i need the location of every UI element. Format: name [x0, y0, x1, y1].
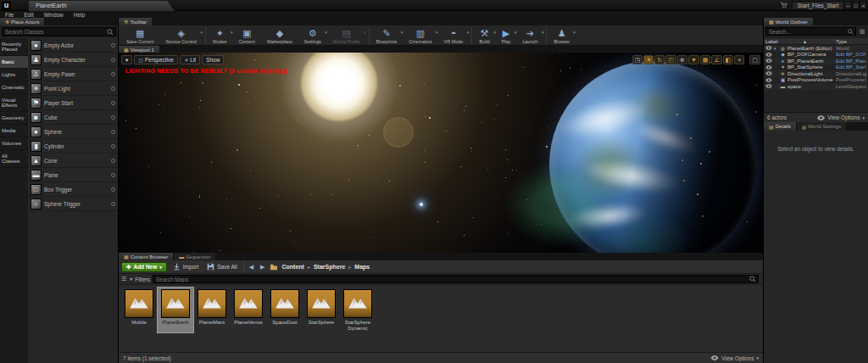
place-item-sphere-trigger[interactable]: ○Sphere Trigger	[28, 197, 118, 211]
outliner-row-bp-starsphere[interactable]: ✶BP_StarSphereEdit BP_StarSphe	[764, 64, 868, 71]
category-cinematic[interactable]: Cinematic	[0, 81, 28, 94]
place-item-empty-actor[interactable]: ●Empty Actor	[28, 38, 118, 53]
settings-button[interactable]: ⚙Settings▾	[299, 26, 328, 46]
asset-starsphere[interactable]: StarSphere	[303, 288, 339, 332]
forward-arrow-icon[interactable]: ▶	[259, 264, 266, 271]
show-flags-button[interactable]: Show	[202, 55, 224, 64]
visibility-eye-icon[interactable]	[765, 53, 772, 57]
viewport-options-button[interactable]: ▾	[121, 55, 132, 64]
place-item-cone[interactable]: ▲Cone	[28, 154, 118, 168]
tab-sequencer[interactable]: ▬ Sequencer	[174, 253, 216, 260]
level-editor-tab[interactable]: PlanetEarth	[29, 1, 175, 11]
asset-planetearth[interactable]: PlanetEarth	[158, 288, 193, 332]
tab-world-settings[interactable]: ◍ World Settings	[797, 122, 847, 131]
select-button[interactable]: ◳	[632, 55, 643, 64]
outliner-row-postprocessvolume[interactable]: ▣PostProcessVolumePostProcessVolume	[764, 77, 868, 84]
category-visual-effects[interactable]: Visual Effects	[0, 94, 28, 112]
place-item-plane[interactable]: ▬Plane	[28, 168, 118, 182]
cinematics-button[interactable]: ▥Cinematics▾	[403, 26, 438, 46]
asset-spacedust[interactable]: SpaceDust	[267, 288, 303, 332]
place-item-box-trigger[interactable]: □Box Trigger	[28, 182, 118, 197]
category-volumes[interactable]: Volumes	[0, 137, 28, 150]
category-basic[interactable]: Basic	[0, 56, 28, 69]
back-arrow-icon[interactable]: ◀	[248, 264, 255, 271]
filters-button[interactable]: ▼ Filters	[129, 276, 150, 282]
place-item-point-light[interactable]: ☀Point Light	[28, 81, 118, 96]
build-button[interactable]: ⚒Build▾	[474, 26, 496, 46]
scale-snap-button[interactable]: ◧	[723, 55, 734, 64]
add-new-button[interactable]: ✚ Add New ▾	[121, 262, 167, 272]
breadcrumb-starsphere[interactable]: StarSphere	[314, 264, 345, 270]
outliner-row-planetearth-editor[interactable]: ▾◍PlanetEarth (Editor)World	[764, 45, 868, 52]
source-control-button[interactable]: ◈Source Control▾	[160, 26, 203, 46]
place-item-cube[interactable]: ■Cube	[28, 110, 118, 125]
viewport[interactable]: ▾ ◫Perspective ☀Lit Show LIGHTING NEEDS …	[119, 53, 763, 260]
breadcrumb-maps[interactable]: Maps	[354, 264, 370, 270]
menu-window[interactable]: Window	[39, 12, 69, 18]
folder-tree-icon[interactable]	[270, 264, 278, 271]
visibility-eye-icon[interactable]	[765, 59, 772, 63]
modes-button[interactable]: ✦Modes▾	[208, 26, 234, 46]
browse-button[interactable]: ♟Browse▾	[548, 26, 576, 46]
visibility-eye-icon[interactable]	[765, 46, 772, 50]
minimize-button[interactable]: ─	[844, 1, 852, 9]
camera-speed-button[interactable]: ⌖	[734, 55, 744, 64]
lit-mode-button[interactable]: ☀Lit	[180, 55, 200, 64]
scale-button[interactable]: ◰	[665, 55, 676, 64]
place-item-sphere[interactable]: ●Sphere	[28, 125, 118, 139]
tab-toolbar[interactable]: ⚒ Toolbar	[119, 18, 153, 25]
search-assets-input[interactable]	[153, 276, 748, 282]
expand-arrow-icon[interactable]: ▾	[774, 46, 778, 51]
asset-starsphere-dynamic[interactable]: StarSphere Dynamic	[340, 288, 376, 333]
asset-planetmars[interactable]: PlanetMars	[194, 288, 230, 332]
edit-blueprint-link[interactable]: Edit BP_StarSphe	[836, 64, 866, 70]
category-geometry[interactable]: Geometry	[0, 112, 28, 125]
menu-file[interactable]: File	[0, 12, 19, 18]
menu-help[interactable]: Help	[69, 12, 90, 18]
visibility-eye-icon[interactable]	[765, 65, 772, 70]
tab-world-outliner[interactable]: ▦ World Outliner	[764, 18, 814, 25]
visibility-eye-icon[interactable]	[765, 78, 772, 82]
rotate-button[interactable]: ↻	[654, 55, 665, 64]
play-button[interactable]: ▶Play▾	[497, 26, 518, 46]
coordinate-space-button[interactable]: ⊕	[677, 55, 687, 64]
breadcrumb-content[interactable]: Content	[281, 264, 303, 270]
outliner-row-bp-planetearth[interactable]: ●BP_PlanetEarthEdit BP_Planet	[764, 58, 868, 64]
vr-mode-button[interactable]: ◓VR Mode▾	[439, 26, 470, 46]
edit-blueprint-link[interactable]: Edit BP_Planet	[836, 59, 866, 64]
perspective-button[interactable]: ◫Perspective	[134, 55, 178, 64]
category-recently-placed[interactable]: Recently Placed	[0, 38, 28, 56]
visibility-eye-icon[interactable]	[765, 84, 772, 88]
category-media[interactable]: Media	[0, 125, 28, 137]
category-all-classes[interactable]: All Classes	[0, 150, 28, 168]
tab-details[interactable]: ▤ Details	[764, 122, 797, 131]
blueprints-button[interactable]: ✎Blueprints▾	[371, 26, 403, 46]
outliner-settings-button[interactable]: ▥	[858, 27, 866, 36]
content-button[interactable]: ▣Content	[234, 26, 262, 46]
marketplace-cart-icon[interactable]	[780, 2, 787, 8]
place-item-empty-character[interactable]: ♟Empty Character	[28, 53, 118, 67]
maximize-button[interactable]: □	[852, 1, 860, 9]
outliner-view-options-button[interactable]: View Options ▾	[817, 114, 865, 120]
place-item-empty-pawn[interactable]: ♙Empty Pawn	[28, 67, 118, 81]
outliner-search-input[interactable]	[766, 29, 846, 35]
outliner-column-header[interactable]: Label ▲ Type	[764, 37, 868, 45]
outliner-row-directionallight[interactable]: ☀DirectionalLightDirectionalLight	[764, 70, 868, 77]
marketplace-button[interactable]: ◆Marketplace	[262, 26, 299, 46]
surface-snap-button[interactable]: ▼	[688, 55, 699, 64]
grid-snap-button[interactable]: ▦	[700, 55, 711, 64]
tab-place-actors[interactable]: ✥ Place Actors	[0, 18, 45, 25]
launch-button[interactable]: ➔Launch▾	[517, 26, 544, 46]
place-item-player-start[interactable]: ⚑Player Start	[28, 96, 118, 110]
close-button[interactable]: ×	[860, 1, 867, 9]
category-lights[interactable]: Lights	[0, 69, 28, 81]
sources-panel-toggle-icon[interactable]: ☰	[121, 276, 126, 282]
menu-edit[interactable]: Edit	[19, 12, 38, 18]
outliner-row-bp-dofcamera[interactable]: ◆BP_DOFCameraEdit BP_DOFCam	[764, 52, 868, 59]
maximize-button[interactable]: ▢	[749, 55, 760, 64]
tab-content-browser[interactable]: ▦ Content Browser	[119, 253, 174, 260]
place-item-cylinder[interactable]: ▮Cylinder	[28, 139, 118, 154]
view-options-button[interactable]: View Options ▾	[710, 355, 759, 361]
save-all-button[interactable]: Save All	[204, 263, 240, 271]
edit-blueprint-link[interactable]: Edit BP_DOFCam	[836, 52, 866, 57]
